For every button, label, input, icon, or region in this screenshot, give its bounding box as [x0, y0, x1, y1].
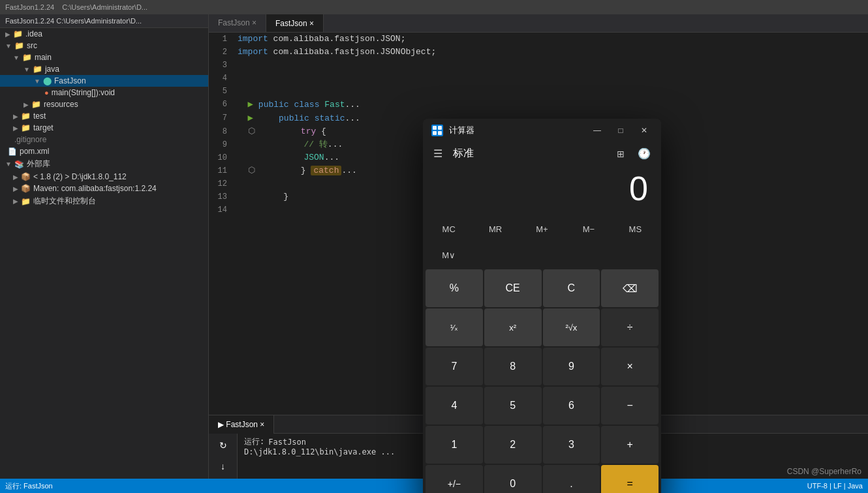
- code-line-5: 5: [209, 85, 868, 98]
- sidebar-item-java[interactable]: ▼ 📁 java: [0, 63, 208, 75]
- zero-button[interactable]: 0: [484, 465, 542, 493]
- maximize-button[interactable]: □: [612, 121, 630, 140]
- status-right: UTF-8 | LF | Java: [807, 482, 863, 490]
- code-line-3: 3: [209, 59, 868, 72]
- csdn-badge: CSDN @SuperherRo: [787, 467, 861, 476]
- eight-button[interactable]: 8: [484, 348, 542, 385]
- collapse-icon: ▶: [13, 185, 18, 192]
- sidebar-item-src[interactable]: ▼ 📁 src: [0, 40, 208, 52]
- svg-rect-2: [438, 126, 442, 130]
- collapse-icon: ▶: [5, 31, 10, 38]
- code-line-6: 6 ▶ public class Fast...: [209, 98, 868, 112]
- graph-icon[interactable]: ⊞: [617, 149, 625, 159]
- five-button[interactable]: 5: [484, 387, 542, 425]
- sqrt-button[interactable]: ²√x: [543, 308, 600, 346]
- sidebar-item-gitignore[interactable]: .gitignore: [0, 134, 208, 145]
- expand-icon: ▼: [5, 160, 12, 168]
- collapse-icon: ▶: [13, 198, 18, 205]
- sidebar-item-main-method[interactable]: ● main(String[]):void: [0, 87, 208, 98]
- collapse-icon: ▶: [23, 101, 29, 108]
- expand-icon: ▼: [13, 54, 20, 61]
- status-run-label: 运行: FastJson: [5, 481, 53, 491]
- tab-fastjson1[interactable]: FastJson ×: [209, 14, 266, 32]
- sidebar-item-resources[interactable]: ▶ 📁 resources: [0, 98, 208, 110]
- collapse-icon: ▶: [13, 173, 18, 181]
- close-button[interactable]: ✕: [635, 121, 653, 140]
- one-button[interactable]: 1: [426, 426, 483, 464]
- project-name: FastJson1.2.24: [5, 3, 54, 11]
- editor-tabs: FastJson × FastJson ×: [209, 14, 868, 33]
- calculator-body: ☰ 标准 ⊞ 🕐 0 MC MR M+ M− MS M∨ % CE C ⌫ ¹⁄…: [423, 142, 661, 493]
- minimize-button[interactable]: —: [588, 121, 606, 140]
- memory-view-btn[interactable]: M∨: [426, 242, 472, 268]
- sidebar-item-idea[interactable]: ▶ 📁 .idea: [0, 28, 208, 40]
- sidebar-item-external-libs[interactable]: ▼ 📚 外部库: [0, 157, 208, 171]
- ce-button[interactable]: CE: [484, 269, 542, 307]
- memory-recall-btn[interactable]: MR: [472, 216, 518, 242]
- sidebar-header: FastJson1.2.24 C:\Users\Administrator\D.…: [0, 14, 208, 28]
- decimal-button[interactable]: .: [543, 465, 600, 493]
- svg-rect-3: [433, 131, 437, 135]
- sidebar-item-temp[interactable]: ▶ 📁 临时文件和控制台: [0, 194, 208, 208]
- sidebar-item-fastjson[interactable]: ▼ ⬤ FastJson: [0, 75, 208, 87]
- percent-button[interactable]: %: [426, 269, 483, 307]
- four-button[interactable]: 4: [426, 387, 483, 425]
- sidebar-item-pom[interactable]: 📄 pom.xml: [0, 145, 208, 157]
- calculator-window: 计算器 — □ ✕ ☰ 标准 ⊞ 🕐 0 MC MR M+ M− MS M∨ %…: [423, 119, 661, 493]
- seven-button[interactable]: 7: [426, 348, 483, 385]
- memory-clear-btn[interactable]: MC: [426, 216, 472, 242]
- tab-fastjson2[interactable]: FastJson ×: [266, 14, 324, 32]
- run-stop-icon[interactable]: ↓: [214, 457, 232, 475]
- svg-rect-4: [438, 131, 442, 135]
- negate-button[interactable]: +/−: [426, 465, 483, 493]
- multiply-button[interactable]: ×: [601, 348, 659, 385]
- collapse-icon: ▶: [13, 113, 18, 120]
- subtract-button[interactable]: −: [601, 387, 659, 425]
- memory-subtract-btn[interactable]: M−: [565, 216, 612, 242]
- memory-store-btn[interactable]: MS: [612, 216, 659, 242]
- sidebar-item-maven[interactable]: ▶ 📦 Maven: com.alibaba:fastjson:1.2.24: [0, 183, 208, 194]
- calc-buttons-grid: % CE C ⌫ ¹⁄ₓ x² ²√x ÷ 7 8 9 × 4 5 6 − 1 …: [423, 269, 661, 493]
- ide-titlebar: FastJson1.2.24 C:\Users\Administrator\D.…: [0, 0, 868, 14]
- project-sidebar: FastJson1.2.24 C:\Users\Administrator\D.…: [0, 14, 209, 493]
- backspace-button[interactable]: ⌫: [601, 269, 659, 307]
- calc-titlebar: 计算器 — □ ✕: [423, 119, 661, 142]
- nine-button[interactable]: 9: [543, 348, 600, 385]
- reciprocal-button[interactable]: ¹⁄ₓ: [426, 308, 483, 346]
- calc-display: 0: [423, 165, 661, 216]
- clear-button[interactable]: C: [543, 269, 600, 307]
- square-button[interactable]: x²: [484, 308, 542, 346]
- expand-icon: ▼: [23, 66, 30, 73]
- hamburger-menu-icon[interactable]: ☰: [431, 145, 445, 162]
- two-button[interactable]: 2: [484, 426, 542, 464]
- svg-rect-1: [433, 126, 437, 130]
- code-line-1: 1 import com.alibaba.fastjson.JSON;: [209, 33, 868, 46]
- calc-app-icon: [431, 124, 444, 137]
- run-tab-fastjson[interactable]: ▶ FastJson ×: [209, 415, 274, 434]
- sidebar-item-test[interactable]: ▶ 📁 test: [0, 110, 208, 122]
- sidebar-item-target[interactable]: ▶ 📁 target: [0, 122, 208, 134]
- code-line-2: 2 import com.alibaba.fastjson.JSONObject…: [209, 46, 868, 59]
- expand-icon: ▼: [5, 42, 12, 50]
- project-path: C:\Users\Administrator\D...: [62, 3, 147, 11]
- memory-row: MC MR M+ M− MS M∨: [423, 216, 661, 268]
- collapse-icon: ▶: [13, 125, 18, 132]
- sidebar-item-main[interactable]: ▼ 📁 main: [0, 52, 208, 63]
- add-button[interactable]: +: [601, 426, 659, 464]
- code-line-4: 4: [209, 72, 868, 85]
- equals-button[interactable]: =: [601, 465, 659, 493]
- run-restart-icon[interactable]: ↻: [214, 436, 232, 455]
- memory-add-btn[interactable]: M+: [519, 216, 565, 242]
- sidebar-item-jdk[interactable]: ▶ 📦 < 1.8 (2) > D:\jdk1.8.0_112: [0, 171, 208, 183]
- six-button[interactable]: 6: [543, 387, 600, 425]
- expand-icon: ▼: [34, 78, 40, 85]
- three-button[interactable]: 3: [543, 426, 600, 464]
- calc-title: 计算器: [449, 125, 583, 136]
- calc-menubar: ☰ 标准 ⊞ 🕐: [423, 142, 661, 165]
- calc-mode: 标准: [453, 147, 609, 160]
- divide-button[interactable]: ÷: [601, 308, 659, 346]
- history-icon[interactable]: 🕐: [635, 145, 653, 162]
